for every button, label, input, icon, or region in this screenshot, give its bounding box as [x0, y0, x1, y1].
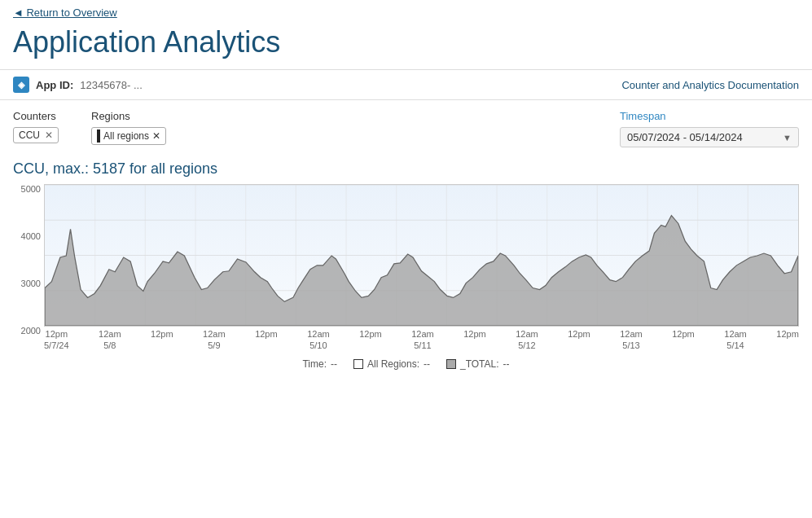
counters-group: Counters CCU ✕	[13, 110, 59, 143]
timespan-select[interactable]: 05/07/2024 - 05/14/2024 ▼	[620, 127, 799, 147]
legend-all-regions-label: All Regions:	[367, 358, 419, 370]
chart-section: CCU, max.: 5187 for all regions 5000 400…	[0, 154, 812, 370]
legend-total: _TOTAL: --	[446, 358, 510, 370]
legend-total-box	[446, 359, 456, 369]
x-label-8: 12pm	[463, 328, 486, 352]
y-label-2000: 2000	[21, 326, 41, 336]
x-label-9: 12am5/12	[516, 328, 538, 352]
timespan-group: Timespan 05/07/2024 - 05/14/2024 ▼	[620, 110, 799, 147]
x-label-0: 12pm5/7/24	[44, 328, 69, 352]
ccu-tag-label: CCU	[19, 130, 40, 141]
chart-area-polygon	[45, 216, 798, 326]
chart-svg	[44, 184, 799, 327]
app-id-value: 12345678- ...	[80, 79, 143, 91]
x-label-6: 12pm	[359, 328, 382, 352]
filters-row: Counters CCU ✕ Regions All regions ✕ Tim…	[0, 100, 812, 154]
x-label-11: 12am5/13	[620, 328, 643, 352]
page-title: Application Analytics	[0, 22, 812, 69]
legend-total-value: --	[503, 358, 510, 370]
region-tag-label: All regions	[103, 130, 149, 142]
regions-group: Regions All regions ✕	[91, 110, 166, 145]
x-axis-labels: 12pm5/7/24 12am5/8 12pm 12am5/9 12pm 12a…	[44, 327, 799, 352]
legend-all-regions: All Regions: --	[353, 358, 430, 370]
legend-total-label: _TOTAL:	[460, 358, 499, 370]
x-label-14: 12pm	[776, 328, 799, 352]
x-label-4: 12pm	[255, 328, 278, 352]
ccu-tag-remove[interactable]: ✕	[45, 130, 53, 141]
y-label-5000: 5000	[21, 184, 41, 194]
all-regions-tag[interactable]: All regions ✕	[91, 127, 166, 145]
chart-area: 12pm5/7/24 12am5/8 12pm 12am5/9 12pm 12a…	[44, 184, 799, 352]
x-label-3: 12am5/9	[203, 328, 226, 352]
y-label-4000: 4000	[21, 231, 41, 241]
x-label-5: 12am5/10	[307, 328, 330, 352]
x-label-2: 12pm	[151, 328, 173, 352]
region-tag-remove[interactable]: ✕	[152, 130, 160, 142]
x-label-10: 12pm	[568, 328, 590, 352]
app-id-label: App ID:	[36, 79, 73, 91]
regions-label: Regions	[91, 110, 166, 122]
ccu-tag[interactable]: CCU ✕	[13, 127, 59, 143]
app-bar: ◈ App ID: 12345678- ... Counter and Anal…	[0, 69, 812, 100]
chart-title: CCU, max.: 5187 for all regions	[13, 160, 799, 178]
x-label-1: 12am5/8	[99, 328, 121, 352]
app-id-section: ◈ App ID: 12345678- ...	[13, 77, 143, 93]
app-icon: ◈	[13, 77, 29, 93]
x-label-7: 12am5/11	[411, 328, 434, 352]
timespan-dropdown-arrow: ▼	[783, 133, 792, 143]
documentation-link[interactable]: Counter and Analytics Documentation	[621, 79, 799, 91]
timespan-value: 05/07/2024 - 05/14/2024	[627, 131, 743, 143]
y-label-3000: 3000	[21, 279, 41, 288]
legend-time-label: Time:	[302, 358, 327, 370]
legend-row: Time: -- All Regions: -- _TOTAL: --	[13, 358, 799, 370]
region-color-indicator	[97, 130, 100, 143]
y-axis-labels: 5000 4000 3000 2000	[13, 184, 44, 352]
x-label-12: 12pm	[672, 328, 695, 352]
return-to-overview-link[interactable]: ◄ Return to Overview	[0, 0, 812, 22]
chart-wrapper: 5000 4000 3000 2000	[13, 184, 799, 352]
legend-time: Time: --	[302, 358, 337, 370]
legend-time-value: --	[331, 358, 337, 370]
legend-all-regions-box	[353, 359, 363, 369]
counters-label: Counters	[13, 110, 59, 122]
x-label-13: 12am5/14	[724, 328, 747, 352]
legend-all-regions-value: --	[424, 358, 430, 370]
timespan-label: Timespan	[620, 110, 799, 122]
return-arrow-icon: ◄ Return to Overview	[13, 7, 117, 19]
